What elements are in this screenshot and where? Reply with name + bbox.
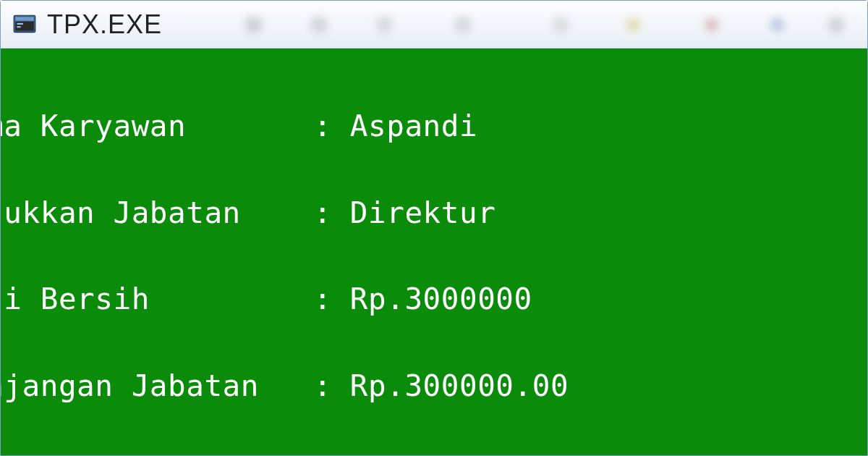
field-label: ama Karyawan : Aspandi: [1, 109, 477, 143]
titlebar[interactable]: TPX.EXE: [1, 1, 867, 48]
output-line: ama Karyawan : Aspandi: [1, 105, 867, 148]
console-output: ama Karyawan : Aspandi asukkan Jabatan :…: [1, 62, 867, 455]
output-line: aji Bersih : Rp.3000000: [1, 278, 867, 321]
svg-rect-3: [17, 22, 23, 24]
toolbar-blur: [201, 10, 856, 39]
console-area[interactable]: ama Karyawan : Aspandi asukkan Jabatan :…: [1, 48, 867, 455]
field-label: aji Bersih : Rp.3000000: [1, 282, 532, 316]
app-icon: [12, 12, 37, 37]
svg-rect-1: [15, 17, 34, 20]
svg-rect-4: [17, 26, 20, 28]
field-label: unjangan Jabatan : Rp.300000.00: [1, 368, 569, 403]
window-title: TPX.EXE: [47, 9, 162, 40]
output-line: asukkan Jabatan : Direktur: [1, 192, 867, 235]
app-window: TPX.EXE ama Karyawan : Aspandi asukkan J…: [0, 0, 868, 456]
field-label: asukkan Jabatan : Direktur: [1, 195, 495, 230]
output-line: unjangan Jabatan : Rp.300000.00: [1, 365, 867, 408]
output-line: PN 20 % : Rp.600000.00: [1, 452, 867, 455]
